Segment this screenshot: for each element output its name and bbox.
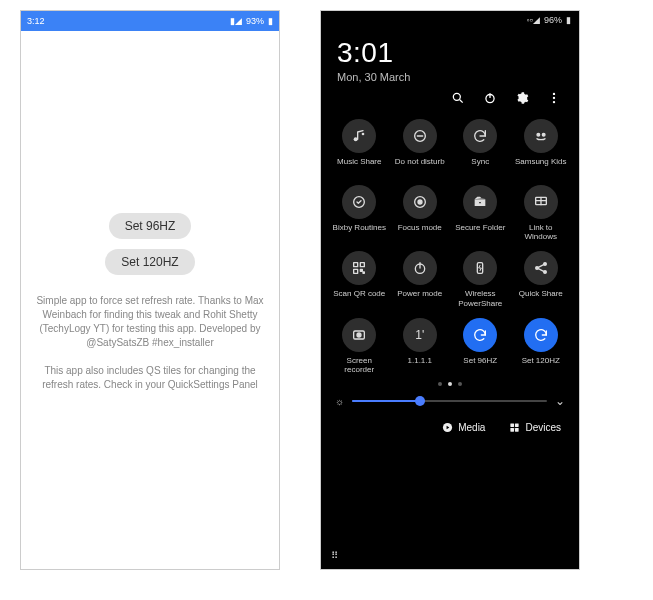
svg-point-11: [537, 133, 540, 136]
status-battery: 96%: [544, 15, 562, 25]
svg-rect-38: [515, 424, 519, 428]
svg-line-31: [538, 265, 543, 268]
qs-top-actions: [321, 87, 579, 113]
svg-point-0: [453, 93, 460, 100]
svg-point-4: [553, 93, 555, 95]
status-bar: 3:12 ▮◢ 93% ▮: [21, 11, 279, 31]
qs-tile-music-share[interactable]: Music Share: [331, 119, 388, 175]
svg-rect-39: [511, 428, 515, 432]
svg-line-1: [460, 100, 463, 103]
qs-tile-label: Power mode: [397, 289, 442, 307]
1111-icon: 1': [403, 318, 437, 352]
quick-share-icon: [524, 251, 558, 285]
qs-tile-label: Quick Share: [519, 289, 563, 307]
svg-rect-20: [354, 263, 358, 267]
status-battery: 93%: [246, 16, 264, 26]
qs-tile-1111[interactable]: 1'1.1.1.1: [392, 318, 449, 374]
signal-icon: ▮◢: [230, 16, 242, 26]
qs-tile-bixby[interactable]: Bixby Routines: [331, 185, 388, 241]
qs-tile-refresh-14[interactable]: Set 96HZ: [452, 318, 509, 374]
svg-point-34: [357, 333, 361, 337]
qs-tile-label: Scan QR code: [333, 289, 385, 307]
battery-icon: ▮: [566, 15, 571, 25]
refresh-icon: [463, 318, 497, 352]
set-96hz-button[interactable]: Set 96HZ: [109, 213, 192, 239]
qs-tile-power-mode[interactable]: Power mode: [392, 251, 449, 307]
qs-tile-label: Sync: [471, 157, 489, 175]
svg-rect-16: [479, 201, 482, 204]
qs-tile-label: Bixby Routines: [333, 223, 386, 241]
qr-icon: [342, 251, 376, 285]
more-icon[interactable]: [547, 91, 561, 105]
description-credits: Simple app to force set refresh rate. Th…: [35, 294, 265, 350]
page-indicator: [321, 378, 579, 390]
qs-tile-quick-share[interactable]: Quick Share: [513, 251, 570, 307]
set-120hz-button[interactable]: Set 120HZ: [105, 249, 194, 275]
status-time: 3:12: [27, 16, 45, 26]
qs-tile-link-windows[interactable]: Link to Windows: [513, 185, 570, 241]
qs-tile-samsung-kids[interactable]: Samsung Kids: [513, 119, 570, 175]
search-icon[interactable]: [451, 91, 465, 105]
devices-label: Devices: [525, 422, 561, 433]
qs-tile-secure-folder[interactable]: Secure Folder: [452, 185, 509, 241]
svg-point-8: [362, 133, 365, 136]
svg-rect-23: [361, 270, 363, 272]
qs-tile-refresh-15[interactable]: Set 120HZ: [513, 318, 570, 374]
chevron-down-icon[interactable]: ⌄: [555, 394, 565, 408]
keyboard-icon[interactable]: ⠿: [331, 550, 339, 561]
qs-tile-label: Do not disturb: [395, 157, 445, 175]
app-body: Set 96HZ Set 120HZ Simple app to force s…: [21, 31, 279, 569]
music-share-icon: [342, 119, 376, 153]
secure-folder-icon: [463, 185, 497, 219]
qs-tile-label: Set 120HZ: [522, 356, 560, 374]
svg-rect-37: [511, 424, 515, 428]
sync-icon: [463, 119, 497, 153]
svg-rect-24: [363, 272, 364, 273]
brightness-row: ☼ ⌄: [321, 390, 579, 412]
svg-point-15: [418, 200, 422, 204]
qs-tile-label: Samsung Kids: [515, 157, 567, 175]
qs-tile-qr[interactable]: Scan QR code: [331, 251, 388, 307]
qs-tile-label: Set 96HZ: [463, 356, 497, 374]
svg-point-12: [542, 133, 545, 136]
svg-rect-22: [354, 270, 358, 274]
qs-tile-label: Link to Windows: [513, 223, 569, 241]
devices-button[interactable]: Devices: [509, 422, 561, 433]
qs-tile-powershare[interactable]: Wireless PowerShare: [452, 251, 509, 307]
svg-point-5: [553, 97, 555, 99]
clock-date: Mon, 30 March: [337, 71, 563, 83]
brightness-slider[interactable]: [352, 400, 547, 402]
qs-tile-label: 1.1.1.1: [408, 356, 432, 374]
clock-time: 3:01: [337, 37, 563, 69]
samsung-kids-icon: [524, 119, 558, 153]
gear-icon[interactable]: [515, 91, 529, 105]
dnd-icon: [403, 119, 437, 153]
qs-tile-label: Focus mode: [398, 223, 442, 241]
qs-tile-label: Wireless PowerShare: [452, 289, 508, 307]
qs-header: 3:01 Mon, 30 March: [321, 29, 579, 87]
qs-tile-label: Music Share: [337, 157, 381, 175]
power-icon[interactable]: [483, 91, 497, 105]
qs-tile-dnd[interactable]: Do not disturb: [392, 119, 449, 175]
qs-tile-focus[interactable]: Focus mode: [392, 185, 449, 241]
qs-tile-screen-rec[interactable]: Screen recorder: [331, 318, 388, 374]
status-bar: ◦▫◢ 96% ▮: [321, 11, 579, 29]
sun-icon: ☼: [335, 396, 344, 407]
qs-tile-label: Secure Folder: [455, 223, 505, 241]
phone-dark-screenshot: ◦▫◢ 96% ▮ 3:01 Mon, 30 March Music Share…: [320, 10, 580, 570]
description-qs-tiles: This app also includes QS tiles for chan…: [35, 364, 265, 392]
signal-icon: ◦▫◢: [527, 15, 540, 25]
media-icon: [442, 422, 453, 433]
link-windows-icon: [524, 185, 558, 219]
media-label: Media: [458, 422, 485, 433]
qs-bottom-row: Media Devices: [321, 412, 579, 433]
devices-icon: [509, 422, 520, 433]
qs-tile-label: Screen recorder: [331, 356, 387, 374]
qs-tile-sync[interactable]: Sync: [452, 119, 509, 175]
focus-icon: [403, 185, 437, 219]
battery-icon: ▮: [268, 16, 273, 26]
svg-rect-40: [515, 428, 519, 432]
powershare-icon: [463, 251, 497, 285]
media-button[interactable]: Media: [442, 422, 485, 433]
svg-line-32: [538, 269, 543, 272]
